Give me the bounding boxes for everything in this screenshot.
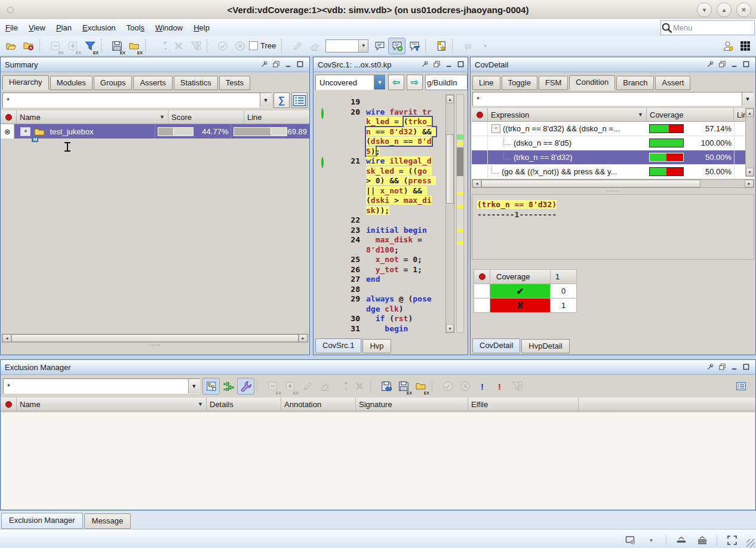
exclusion-float-button[interactable] bbox=[717, 362, 727, 372]
window-tab-exclusion-manager[interactable]: Exclusion Manager bbox=[1, 513, 83, 529]
scroll-right-icon[interactable]: ▸ bbox=[299, 334, 308, 342]
tab-asserts[interactable]: Asserts bbox=[133, 76, 172, 90]
summary-resize-grip[interactable] bbox=[144, 344, 165, 346]
comment-view-button[interactable] bbox=[371, 38, 388, 54]
exclusion-minimize-button[interactable] bbox=[729, 362, 739, 372]
comment-filter-button[interactable] bbox=[405, 38, 423, 54]
scroll-up-icon[interactable]: ▴ bbox=[746, 109, 754, 117]
load-exclusion-button[interactable]: EX bbox=[125, 38, 143, 54]
annotation-combobox[interactable]: ▼ bbox=[325, 39, 368, 53]
covsrc-mode-combobox[interactable]: Uncovered ▼ bbox=[315, 75, 386, 90]
uncovered-marker-icon[interactable] bbox=[321, 108, 324, 119]
annotate-button[interactable] bbox=[288, 38, 306, 54]
exclusion-header-signature[interactable]: Signature bbox=[356, 398, 468, 411]
expression-row[interactable]: −((trko_n == 8'd32) && (dsko_n =...57.14… bbox=[472, 122, 754, 136]
layout-config-dropdown[interactable]: ▾ bbox=[643, 532, 660, 548]
coverage-minimap[interactable] bbox=[456, 94, 464, 333]
scroll-thumb[interactable] bbox=[11, 334, 299, 342]
exclusion-error-red-button[interactable]: ! bbox=[491, 378, 508, 395]
scroll-thumb[interactable] bbox=[481, 180, 700, 187]
exclusion-annotate-button[interactable] bbox=[299, 378, 316, 395]
column-config-button[interactable] bbox=[291, 93, 308, 108]
row-main[interactable]: +Mtest_jukebox44.77%69.89 bbox=[14, 124, 309, 138]
menu-item-view[interactable]: View bbox=[23, 21, 51, 35]
covsrc-path-field[interactable]: g/BuildIn bbox=[425, 75, 468, 90]
covsrc-vscrollbar[interactable]: ▴ ▾ bbox=[445, 94, 454, 333]
delete-button[interactable] bbox=[170, 38, 187, 54]
summary-filter-combobox[interactable]: * ▼ bbox=[2, 93, 272, 108]
filter-status-button[interactable] bbox=[187, 38, 204, 54]
covsrc-mode-dropdown-icon[interactable]: ▼ bbox=[374, 75, 385, 90]
reject-button[interactable] bbox=[231, 38, 248, 54]
exclusion-import-button[interactable] bbox=[377, 378, 395, 395]
menu-item-window[interactable]: Window bbox=[150, 21, 188, 35]
exclusion-reject-button[interactable] bbox=[456, 378, 474, 395]
bottom-tab-hvp[interactable]: Hvp bbox=[362, 339, 391, 353]
covdetail-filter-combobox[interactable]: * ▼ bbox=[472, 92, 754, 106]
row-flag-cell[interactable]: ⊗ bbox=[1, 124, 14, 138]
covsrc-pin-button[interactable] bbox=[419, 59, 430, 69]
exclusion-header-name[interactable]: Name▼ bbox=[17, 398, 207, 411]
exclusion-approve-button[interactable] bbox=[439, 378, 456, 395]
summary-filter-dropdown-icon[interactable]: ▼ bbox=[260, 93, 271, 107]
tab-toggle[interactable]: Toggle bbox=[502, 76, 537, 90]
exclusion-load-button[interactable]: EX bbox=[412, 378, 429, 395]
scroll-left-icon[interactable]: ◂ bbox=[472, 180, 481, 187]
expression-row[interactable]: (go && ((!x_not)) && press && y...50.00% bbox=[472, 165, 754, 179]
covsrc-float-button[interactable] bbox=[431, 59, 442, 69]
comment-add-button[interactable] bbox=[388, 38, 405, 54]
window-shade-button[interactable]: ▾ bbox=[697, 2, 712, 17]
bookmark-button[interactable] bbox=[432, 38, 450, 54]
summary-header-line[interactable]: Line bbox=[244, 110, 309, 124]
exclusion-listview-button[interactable] bbox=[732, 378, 749, 395]
menu-search-input[interactable]: Menu bbox=[660, 20, 755, 35]
expr-vscrollbar[interactable]: ▴ ▾ bbox=[745, 108, 754, 177]
scroll-right-icon[interactable]: ▸ bbox=[745, 180, 754, 187]
exclusion-filter-dropdown-icon[interactable]: ▼ bbox=[188, 379, 199, 393]
summary-float-button[interactable] bbox=[271, 59, 281, 69]
exclusion-add-button[interactable]: EX bbox=[281, 378, 299, 395]
summary-header-score[interactable]: Score bbox=[168, 110, 244, 124]
summary-pin-button[interactable] bbox=[259, 59, 269, 69]
window-menu-dot[interactable] bbox=[7, 7, 14, 13]
add-exclusion-button[interactable]: EX bbox=[64, 38, 81, 54]
menu-item-exclusion[interactable]: Exclusion bbox=[77, 21, 121, 35]
exclusion-error-blue-button[interactable]: ! bbox=[474, 378, 491, 395]
prev-uncovered-button[interactable]: ⇦ bbox=[388, 75, 404, 90]
expr-header-flag-column[interactable] bbox=[472, 108, 488, 121]
tab-hierarchy[interactable]: Hierarchy bbox=[2, 75, 49, 90]
exclusion-sync-button[interactable] bbox=[220, 378, 237, 395]
expression-cell[interactable]: (go && ((!x_not)) && press && y... bbox=[488, 166, 647, 177]
exclusion-table-body[interactable] bbox=[1, 412, 755, 509]
fullscreen-button[interactable] bbox=[723, 532, 740, 548]
covsrc-maximize-button[interactable] bbox=[455, 59, 466, 69]
truth-header-input1[interactable]: 1 bbox=[550, 269, 577, 284]
next-uncovered-button[interactable]: ⇨ bbox=[407, 75, 423, 90]
layout-config-button[interactable] bbox=[622, 532, 639, 548]
exclusion-header-annotation[interactable]: Annotation bbox=[281, 398, 356, 411]
covdetail-pin-button[interactable] bbox=[705, 59, 715, 69]
window-resize-grip[interactable] bbox=[746, 539, 755, 547]
collapse-icon[interactable]: − bbox=[491, 124, 500, 133]
bottom-tab-covsrc-1[interactable]: CovSrc.1 bbox=[315, 338, 361, 353]
reload-button[interactable] bbox=[459, 38, 477, 54]
menu-item-file[interactable]: File bbox=[0, 21, 23, 35]
scroll-down-icon[interactable]: ▾ bbox=[746, 168, 754, 176]
exclusion-filter-button[interactable]: EX bbox=[81, 38, 99, 54]
summary-header-flag-column[interactable] bbox=[1, 110, 17, 124]
expression-row[interactable]: (trko_n == 8'd32)50.00% bbox=[472, 150, 754, 165]
exclusion-save-button[interactable]: EX bbox=[395, 378, 412, 395]
reload-options-button[interactable]: ▾ bbox=[477, 38, 494, 54]
exclusion-pin-button[interactable] bbox=[705, 362, 715, 372]
window-close-button[interactable]: ✕ bbox=[736, 2, 751, 17]
exclusion-undo-button[interactable] bbox=[333, 378, 351, 395]
expression-cell[interactable]: −((trko_n == 8'd32) && (dsko_n =... bbox=[488, 124, 647, 133]
covdetail-filter-dropdown-icon[interactable]: ▼ bbox=[742, 93, 753, 106]
exclusion-delete-button[interactable] bbox=[351, 378, 368, 395]
truth-header-coverage[interactable]: Coverage bbox=[490, 269, 551, 284]
menu-item-tools[interactable]: Tools bbox=[121, 21, 150, 35]
truth-table-row[interactable]: ✘1 bbox=[474, 298, 577, 313]
tab-fsm[interactable]: FSM bbox=[539, 76, 568, 90]
expr-hscrollbar[interactable]: ◂ ▸ bbox=[472, 179, 754, 188]
exclusion-header-elfile[interactable]: Elfile bbox=[468, 398, 579, 411]
